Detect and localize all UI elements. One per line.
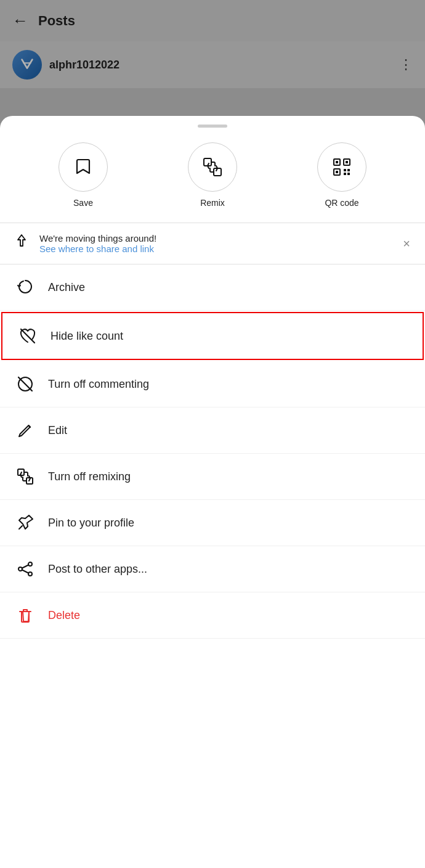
menu-item-pin-to-profile[interactable]: Pin to your profile — [0, 500, 425, 546]
turn-off-commenting-icon — [15, 374, 36, 395]
drag-handle-bar — [198, 125, 227, 128]
svg-rect-6 — [336, 161, 338, 163]
turn-off-remixing-icon — [15, 466, 36, 487]
menu-item-edit[interactable]: Edit — [0, 407, 425, 454]
menu-item-post-to-other-apps[interactable]: Post to other apps... — [0, 546, 425, 592]
edit-label: Edit — [48, 424, 67, 437]
pin-icon — [15, 512, 36, 533]
notice-link[interactable]: See where to share and link — [39, 244, 392, 254]
share-icon — [12, 233, 31, 254]
turn-off-remixing-label: Turn off remixing — [48, 470, 131, 483]
action-qr-code[interactable]: QR code — [317, 142, 366, 208]
svg-rect-7 — [346, 161, 348, 163]
post-to-other-apps-label: Post to other apps... — [48, 563, 147, 576]
menu-item-turn-off-remixing[interactable]: Turn off remixing — [0, 454, 425, 500]
menu-item-turn-off-commenting[interactable]: Turn off commenting — [0, 361, 425, 407]
menu-item-archive[interactable]: Archive — [0, 264, 425, 311]
hide-like-icon — [17, 326, 38, 346]
qr-code-label: QR code — [325, 198, 358, 208]
delete-label: Delete — [48, 609, 80, 622]
action-remix[interactable]: Remix — [188, 142, 237, 208]
remix-icon-circle — [188, 142, 237, 192]
menu-item-delete[interactable]: Delete — [0, 592, 425, 639]
menu-item-hide-like-count[interactable]: Hide like count — [1, 312, 424, 360]
share-apps-icon — [15, 559, 36, 579]
save-label: Save — [73, 198, 93, 208]
archive-label: Archive — [48, 281, 85, 294]
pin-to-profile-label: Pin to your profile — [48, 517, 134, 530]
svg-rect-11 — [344, 173, 346, 175]
svg-rect-9 — [344, 169, 346, 171]
svg-rect-10 — [347, 169, 350, 171]
svg-line-18 — [19, 526, 22, 529]
archive-icon — [15, 277, 36, 298]
svg-point-21 — [18, 567, 22, 571]
save-icon-circle — [59, 142, 108, 192]
notice-text: We're moving things around! See where to… — [39, 233, 392, 254]
notice-banner: We're moving things around! See where to… — [0, 223, 425, 264]
drag-handle[interactable] — [0, 116, 425, 134]
actions-row: Save Remix — [0, 134, 425, 223]
svg-point-20 — [28, 572, 32, 576]
delete-icon — [15, 605, 36, 626]
qr-code-icon-circle — [317, 142, 366, 192]
close-icon[interactable]: × — [400, 234, 413, 253]
svg-line-23 — [22, 570, 28, 573]
svg-rect-12 — [347, 173, 350, 175]
edit-icon — [15, 420, 36, 441]
notice-title: We're moving things around! — [39, 233, 392, 244]
bottom-sheet: Save Remix — [0, 116, 425, 868]
svg-line-22 — [22, 565, 28, 568]
hide-like-count-label: Hide like count — [51, 330, 123, 343]
svg-point-19 — [28, 562, 32, 566]
action-save[interactable]: Save — [59, 142, 108, 208]
turn-off-commenting-label: Turn off commenting — [48, 378, 149, 391]
remix-label: Remix — [200, 198, 225, 208]
svg-rect-8 — [336, 171, 338, 173]
